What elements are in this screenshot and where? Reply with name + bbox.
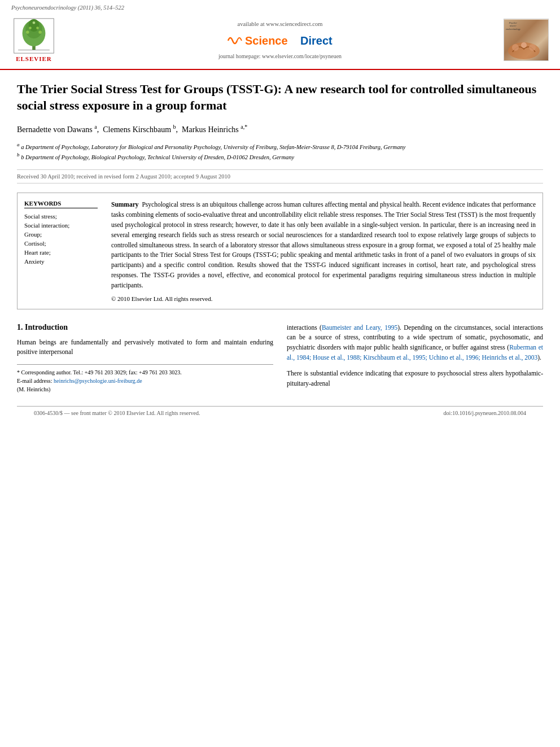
abstract-text: Summary Psychological stress is an ubiqu… [111, 200, 536, 290]
cover-image: Psycho-neuro-endocrinology [504, 20, 548, 60]
cover-header-text: Psycho-neuro-endocrinology [506, 21, 520, 32]
authors: Bernadette von Dawans a, Clemens Kirschb… [17, 124, 543, 134]
body-col-left: 1. Introduction Human beings are fundame… [17, 323, 273, 395]
center-header: available at www.sciencedirect.com Scien… [56, 21, 504, 59]
keywords-abstract-box: KEYWORDS Social stress; Social interacti… [17, 193, 543, 309]
svg-point-9 [36, 27, 39, 29]
keywords-label: KEYWORDS [24, 200, 98, 208]
summary-label: Summary [111, 201, 139, 208]
svg-point-6 [26, 30, 29, 34]
keyword-2: Social interaction; [24, 222, 98, 229]
author-3: Markus Heinrichs a,* [182, 125, 247, 134]
footnote-corresponding: * Corresponding author. Tel.: +49 761 20… [17, 368, 273, 377]
elsevier-label: ELSEVIER [16, 55, 52, 62]
ref-ruberman: Ruberman et al., 1984; House et al., 198… [287, 344, 543, 361]
journal-homepage: journal homepage: www.elsevier.com/locat… [68, 53, 492, 59]
journal-cover: Psycho-neuro-endocrinology [504, 19, 549, 61]
page-container: Psychoneuroendocrinology (2011) 36, 514–… [0, 0, 560, 747]
author-2: Clemens Kirschbaum b [103, 125, 176, 134]
keyword-5: Heart rate; [24, 249, 98, 256]
footnote-name: (M. Heinrichs) [17, 385, 273, 394]
keyword-1: Social stress; [24, 213, 98, 220]
main-content: The Trier Social Stress Test for Groups … [0, 70, 560, 431]
received-line: Received 30 April 2010; received in revi… [17, 169, 543, 184]
corresponding-text: * Corresponding author. Tel.: +49 761 20… [17, 369, 182, 375]
svg-point-5 [29, 19, 40, 32]
email-label-text: E-mail address: [17, 378, 52, 384]
svg-point-10 [33, 21, 36, 24]
svg-point-8 [29, 27, 32, 29]
intro-heading: 1. Introduction [17, 323, 273, 332]
svg-point-18 [521, 42, 527, 48]
intro-col2-text: interactions (Baumeister and Leary, 1995… [287, 323, 543, 363]
affiliation-a: a a Department of Psychology, Laboratory… [17, 141, 543, 151]
footnote-area: * Corresponding author. Tel.: +49 761 20… [17, 364, 273, 394]
svg-text:Direct: Direct [300, 34, 333, 47]
affiliation-b: b b Department of Psychology, Biological… [17, 151, 543, 161]
svg-text:Science: Science [245, 34, 288, 47]
cover-art-svg [504, 35, 544, 60]
body-col-right: interactions (Baumeister and Leary, 1995… [287, 323, 543, 395]
svg-point-17 [529, 44, 536, 51]
sciencedirect-svg: Science Direct [224, 29, 336, 51]
svg-point-16 [512, 44, 519, 51]
email-address: heinrichs@psychologie.uni-freiburg.de [54, 378, 142, 384]
journal-citation: Psychoneuroendocrinology (2011) 36, 514–… [11, 5, 549, 11]
header-content: ELSEVIER available at www.sciencedirect.… [11, 13, 549, 67]
affiliations: a a Department of Psychology, Laboratory… [17, 141, 543, 162]
keyword-3: Group; [24, 231, 98, 238]
svg-point-7 [38, 30, 42, 34]
copyright-line: © 2010 Elsevier Ltd. All rights reserved… [111, 295, 536, 302]
bottom-bar: 0306-4530/$ — see front matter © 2010 El… [17, 406, 543, 420]
author-1: Bernadette von Dawans a [17, 125, 97, 134]
keyword-6: Anxiety [24, 258, 98, 265]
footnote-email: E-mail address: heinrichs@psychologie.un… [17, 377, 273, 385]
intro-col1-text: Human beings are fundamentally and perva… [17, 338, 273, 358]
abstract-section: Summary Psychological stress is an ubiqu… [111, 200, 536, 302]
abstract-body: Psychological stress is an ubiquitous ch… [111, 201, 536, 289]
body-two-col: 1. Introduction Human beings are fundame… [17, 323, 543, 395]
elsevier-logo: ELSEVIER [11, 18, 56, 62]
elsevier-tree-svg [11, 18, 56, 54]
article-title: The Trier Social Stress Test for Groups … [17, 81, 543, 113]
doi-text: doi:10.1016/j.psyneuen.2010.08.004 [444, 410, 526, 416]
sciencedirect-logo: Science Direct [68, 29, 492, 51]
keywords-section: KEYWORDS Social stress; Social interacti… [24, 200, 98, 302]
available-text: available at www.sciencedirect.com [68, 21, 492, 27]
keyword-4: Cortisol; [24, 240, 98, 247]
issn-text: 0306-4530/$ — see front matter © 2010 El… [34, 410, 200, 416]
journal-header: Psychoneuroendocrinology (2011) 36, 514–… [0, 0, 560, 70]
ref-baumeister: Baumeister and Leary, 1995 [322, 324, 397, 331]
intro-col2-text2: There is substantial evidence indicating… [287, 369, 543, 389]
